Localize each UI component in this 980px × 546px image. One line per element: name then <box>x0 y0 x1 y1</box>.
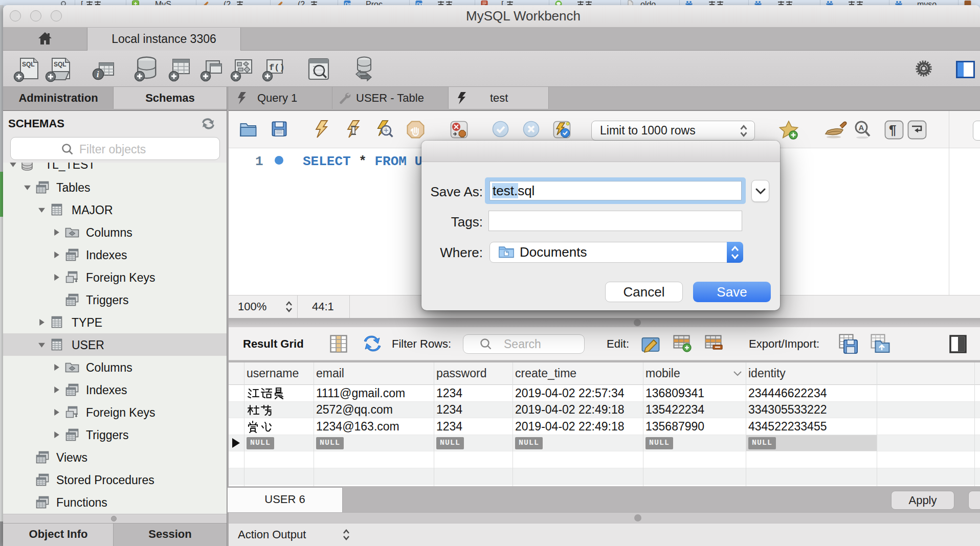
svg-text:f(): f() <box>269 63 285 73</box>
svg-text:¶: ¶ <box>889 122 896 138</box>
svg-text:SQL: SQL <box>22 61 35 68</box>
svg-text:A: A <box>859 123 864 132</box>
svg-text:i: i <box>97 70 99 79</box>
svg-text:SQL: SQL <box>54 61 66 68</box>
